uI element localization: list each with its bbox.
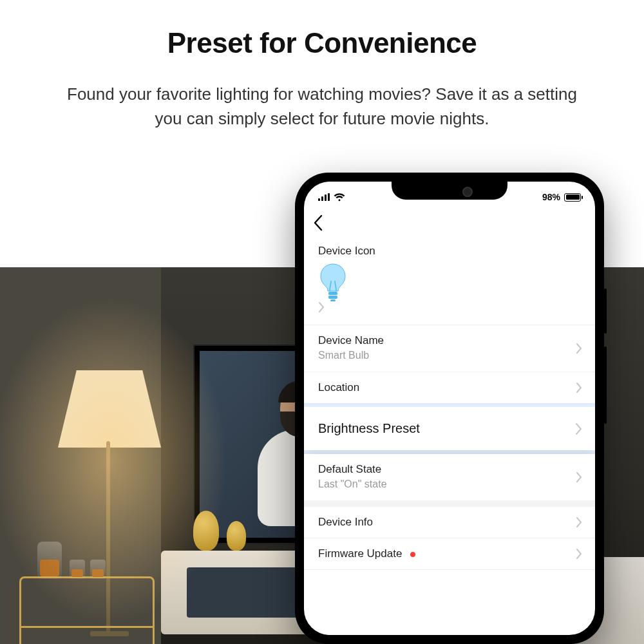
row-firmware-update[interactable]: Firmware Update bbox=[304, 538, 595, 570]
lamp-illustration bbox=[58, 370, 161, 448]
back-button[interactable] bbox=[313, 214, 323, 231]
row-device-icon[interactable]: Device Icon bbox=[304, 237, 595, 325]
chevron-right-icon bbox=[576, 471, 582, 483]
svg-rect-1 bbox=[328, 296, 337, 299]
row-location[interactable]: Location bbox=[304, 372, 595, 403]
row-label: Firmware Update bbox=[318, 547, 402, 560]
row-value: Smart Bulb bbox=[318, 350, 581, 361]
phone-mockup: 98% Device Icon bbox=[295, 173, 604, 644]
row-brightness-preset-highlight: Brightness Preset bbox=[304, 403, 595, 454]
row-label: Location bbox=[318, 381, 581, 394]
battery-icon bbox=[564, 193, 581, 202]
bulb-icon bbox=[318, 263, 581, 301]
chevron-right-icon bbox=[576, 382, 582, 393]
svg-rect-0 bbox=[328, 292, 337, 295]
svg-rect-2 bbox=[330, 299, 336, 301]
chevron-right-icon bbox=[576, 516, 582, 528]
row-default-state[interactable]: Default State Last "On" state bbox=[304, 454, 595, 507]
row-device-name[interactable]: Device Name Smart Bulb bbox=[304, 325, 595, 372]
row-label: Device Info bbox=[318, 516, 581, 529]
cell-signal-icon bbox=[318, 193, 330, 201]
marketing-slide: Preset for Convenience Found your favori… bbox=[0, 0, 644, 644]
nav-bar bbox=[304, 209, 595, 237]
row-value: Last "On" state bbox=[318, 478, 581, 490]
row-label: Default State bbox=[318, 463, 581, 476]
chevron-right-icon bbox=[318, 301, 581, 313]
chevron-right-icon bbox=[575, 422, 582, 435]
row-label: Device Name bbox=[318, 334, 581, 347]
update-indicator-icon bbox=[410, 552, 415, 557]
phone-notch bbox=[392, 182, 507, 200]
battery-percent: 98% bbox=[542, 192, 560, 202]
slide-title: Preset for Convenience bbox=[0, 27, 644, 59]
slide-subtitle: Found your favorite lighting for watchin… bbox=[58, 82, 586, 131]
settings-list[interactable]: Device Icon bbox=[304, 237, 595, 635]
phone-screen: 98% Device Icon bbox=[304, 182, 595, 635]
chevron-right-icon bbox=[576, 548, 582, 560]
chevron-right-icon bbox=[576, 343, 582, 354]
row-label: Brightness Preset bbox=[318, 421, 581, 436]
row-brightness-preset[interactable]: Brightness Preset bbox=[304, 407, 595, 450]
row-device-info[interactable]: Device Info bbox=[304, 507, 595, 538]
row-label: Device Icon bbox=[318, 245, 581, 258]
wifi-icon bbox=[334, 193, 345, 202]
